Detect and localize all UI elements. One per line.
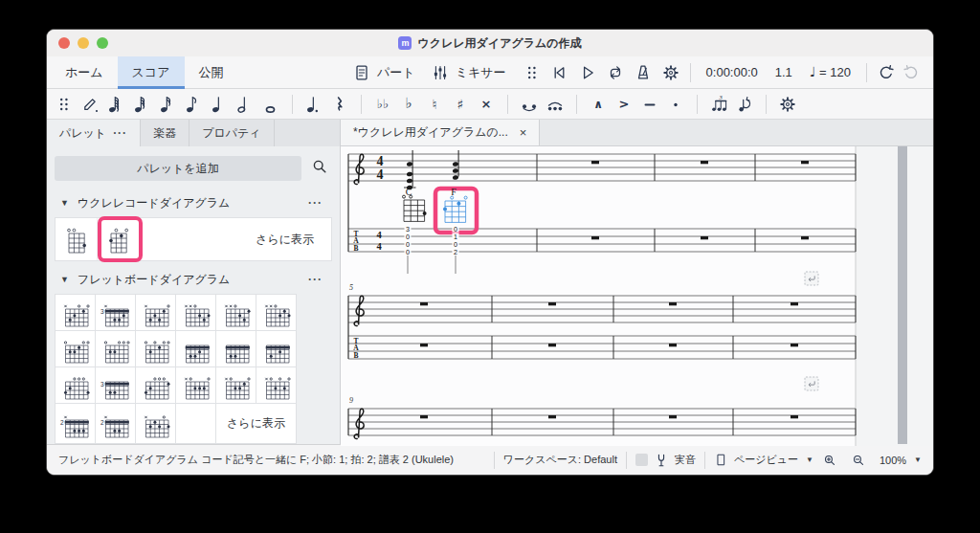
whole-rest[interactable]	[548, 302, 556, 305]
zoom-in-button[interactable]	[822, 453, 837, 468]
whole-rest[interactable]	[791, 415, 798, 418]
whole-rest[interactable]	[591, 161, 599, 164]
double-sharp-button[interactable]: ×	[475, 92, 498, 116]
whole-rest[interactable]	[669, 302, 677, 305]
whole-rest[interactable]	[801, 236, 809, 239]
note-8th-button[interactable]	[182, 92, 205, 116]
section-menu-icon[interactable]: ···	[308, 273, 330, 286]
double-flat-button[interactable]: ♭♭	[371, 92, 394, 116]
whole-rest[interactable]	[801, 161, 809, 164]
panel-tab-instruments[interactable]: 楽器	[141, 120, 189, 146]
score-canvas[interactable]: 44TAB44CF300001025TAB9	[341, 146, 933, 444]
note-32nd-button[interactable]	[130, 92, 153, 116]
whole-rest[interactable]	[669, 344, 677, 346]
palette-item-guitar-Fm[interactable]	[216, 331, 256, 366]
palette-item-guitar-G[interactable]	[56, 367, 95, 403]
playback-settings-button[interactable]	[658, 60, 683, 85]
tab-home[interactable]: ホーム	[51, 56, 118, 89]
palette-item-guitar-E7[interactable]	[136, 331, 175, 366]
score-page[interactable]: 44TAB44CF300001025TAB9	[341, 146, 934, 446]
palette-item-guitar-F7[interactable]	[256, 331, 296, 366]
whole-rest[interactable]	[791, 344, 798, 346]
vertical-scrollbar[interactable]	[898, 146, 907, 444]
palette-section-header[interactable]: ▼フレットボードダイアグラム···	[60, 269, 330, 290]
undo-button[interactable]	[874, 60, 899, 85]
augmentation-dot-button[interactable]	[302, 92, 325, 116]
palette-menu-icon[interactable]: ···	[113, 126, 127, 140]
section-expand-caret-icon[interactable]: ▼	[60, 275, 69, 284]
whole-rest[interactable]	[791, 302, 798, 305]
tuplet-button[interactable]: 3	[707, 92, 730, 116]
palette-item-guitar-Cm[interactable]: 3	[96, 295, 135, 330]
show-more-button[interactable]: さらに表示	[216, 404, 296, 443]
tie-button[interactable]	[518, 92, 541, 116]
rewind-button[interactable]	[547, 60, 572, 85]
concert-pitch-toggle[interactable]: 実音	[675, 453, 696, 467]
customize-toolbar-button[interactable]	[776, 92, 799, 116]
parts-button[interactable]: パート	[345, 59, 423, 86]
sharp-button[interactable]: ♯	[449, 92, 472, 116]
whole-rest[interactable]	[701, 161, 708, 164]
tempo-display[interactable]: ♩ = 120	[801, 65, 859, 79]
whole-rest[interactable]	[420, 415, 428, 418]
show-more-button[interactable]: さらに表示	[256, 218, 331, 260]
play-button[interactable]	[575, 60, 600, 85]
palette-item-ukulele-C[interactable]	[56, 218, 98, 260]
palette-item-guitar-A7[interactable]	[256, 367, 296, 403]
marcato-button[interactable]: ∧	[587, 92, 610, 116]
tab-score[interactable]: スコア	[118, 56, 185, 89]
note-16th-button[interactable]	[156, 92, 179, 116]
whole-rest[interactable]	[548, 344, 556, 346]
view-mode-button[interactable]: ページビュー ▼	[714, 453, 813, 467]
whole-rest[interactable]	[420, 344, 428, 346]
quarter-rest-button[interactable]	[328, 92, 351, 116]
close-tab-icon[interactable]: ×	[520, 125, 527, 140]
palette-item-guitar-Dm[interactable]	[216, 295, 256, 330]
minimize-window-button[interactable]	[78, 37, 89, 49]
panel-tab-properties[interactable]: プロパティ	[189, 120, 274, 146]
palette-item-guitar-E[interactable]	[56, 331, 95, 366]
accent-button[interactable]: >	[612, 92, 635, 116]
palette-item-guitar-Em[interactable]	[96, 331, 135, 366]
palette-item-guitar-B7[interactable]	[136, 404, 175, 443]
palette-section-header[interactable]: ▼ウクレレコードダイアグラム···	[60, 192, 330, 213]
tab-publish[interactable]: 公開	[185, 56, 238, 89]
panel-tab-palettes[interactable]: パレット···	[47, 120, 141, 146]
note-half-button[interactable]	[234, 92, 256, 116]
mixer-button[interactable]: ミキサー	[423, 59, 514, 86]
slur-button[interactable]	[544, 92, 567, 116]
whole-rest[interactable]	[420, 302, 428, 305]
drag-handle-button[interactable]	[53, 92, 76, 116]
section-expand-caret-icon[interactable]: ▼	[60, 198, 69, 208]
palette-item-guitar-A[interactable]	[176, 367, 215, 403]
tenuto-button[interactable]	[638, 92, 661, 116]
zoom-out-button[interactable]	[851, 453, 866, 468]
palette-item-guitar-G7[interactable]	[136, 367, 175, 403]
whole-rest[interactable]	[669, 415, 677, 418]
note-input-pencil-button[interactable]	[78, 92, 101, 116]
note-64th-button[interactable]	[104, 92, 127, 116]
natural-button[interactable]: ♮	[423, 92, 446, 116]
palette-item-guitar-C[interactable]	[56, 295, 95, 330]
redo-button[interactable]	[899, 60, 924, 85]
section-menu-icon[interactable]: ···	[308, 196, 330, 210]
palette-item-guitar-Bm[interactable]: 2	[96, 404, 135, 443]
palette-item-guitar-F[interactable]	[176, 331, 215, 366]
palette-item-guitar-D[interactable]	[176, 295, 215, 330]
close-window-button[interactable]	[58, 37, 70, 49]
document-tab[interactable]: *ウクレレ用ダイアグラムの... ×	[341, 120, 540, 145]
palette-item-guitar-B[interactable]: 2	[56, 404, 95, 443]
note-quarter-button[interactable]	[208, 92, 231, 116]
workspace-button[interactable]: ワークスペース: Default	[503, 453, 617, 467]
whole-rest[interactable]	[548, 415, 556, 418]
metronome-button[interactable]	[631, 60, 656, 85]
staccato-button[interactable]	[664, 92, 687, 116]
zoom-level[interactable]: 100%	[880, 455, 906, 466]
note-whole-button[interactable]	[259, 92, 282, 116]
flip-direction-button[interactable]	[733, 92, 756, 116]
add-palette-button[interactable]: パレットを追加	[55, 156, 301, 181]
palette-item-ukulele-F[interactable]	[98, 218, 140, 260]
palette-item-guitar-D7[interactable]	[256, 295, 296, 330]
palette-item-guitar-Gm[interactable]: 3	[96, 367, 135, 403]
flat-button[interactable]: ♭	[397, 92, 420, 116]
